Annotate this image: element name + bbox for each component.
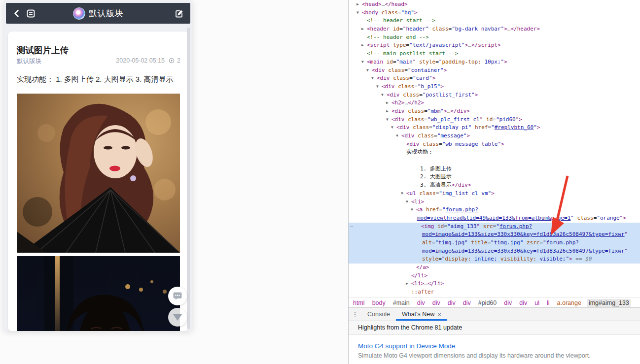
- tree-line[interactable]: ▶<div class="mbm">…</div>: [349, 107, 640, 116]
- tree-line[interactable]: 1. 多图上传: [349, 165, 640, 173]
- tree-line[interactable]: ▼<ul class="img_list cl vm">: [349, 190, 640, 198]
- breadcrumb-item[interactable]: div: [431, 299, 442, 307]
- code-token: ": [625, 231, 628, 237]
- tree-line[interactable]: ▼<div class="b_p15">: [349, 83, 640, 91]
- code-token: forum.php?: [446, 206, 478, 213]
- tab-console[interactable]: Console: [361, 308, 396, 321]
- chevron-down-icon[interactable]: ▼: [376, 83, 382, 91]
- post-image-2[interactable]: [17, 256, 180, 331]
- chevron-down-icon[interactable]: ▼: [406, 198, 411, 206]
- chevron-right-icon[interactable]: ▶: [356, 0, 362, 9]
- chevron-down-icon[interactable]: ▼: [411, 206, 416, 214]
- page-scrollbar[interactable]: [187, 28, 190, 329]
- chevron-down-icon[interactable]: ▼: [361, 58, 367, 66]
- post-image-1[interactable]: [17, 94, 180, 253]
- tree-line[interactable]: ▼<a href="forum.php?: [349, 206, 640, 214]
- tree-line[interactable]: ::after: [349, 288, 640, 297]
- breadcrumb-item[interactable]: body: [371, 299, 387, 307]
- breadcrumb-item[interactable]: div: [446, 299, 457, 307]
- breadcrumb-item[interactable]: html: [352, 299, 366, 307]
- breadcrumb-item[interactable]: ul: [533, 299, 541, 307]
- tree-line[interactable]: </li>: [349, 272, 640, 280]
- chevron-down-icon[interactable]: ▼: [371, 74, 377, 83]
- whats-new-heading-link[interactable]: Moto G4 support in Device Mode: [358, 342, 455, 350]
- code-token: [497, 256, 500, 262]
- code-token: "img_list cl vm": [439, 190, 491, 197]
- tab-whats-new[interactable]: What's New ×: [396, 308, 447, 321]
- chevron-down-icon[interactable]: ▼: [386, 116, 391, 124]
- more-actions-icon[interactable]: ⋯: [350, 223, 354, 231]
- code-token: class: [418, 132, 434, 139]
- chevron-down-icon[interactable]: ▼: [391, 124, 396, 132]
- code-token: "wb_plc_first cl": [427, 116, 483, 123]
- tree-line[interactable]: 2. 大图显示: [349, 173, 640, 181]
- tree-line[interactable]: ▶<header id="header" class="bg-dark navb…: [349, 25, 640, 33]
- speech-bubble-dots-icon: [173, 292, 182, 300]
- tree-line[interactable]: 3. 高清显示</div>: [349, 181, 640, 190]
- chevron-right-icon[interactable]: ▶: [386, 107, 391, 116]
- chevron-down-icon[interactable]: ▼: [366, 66, 372, 75]
- chevron-down-icon[interactable]: ▼: [381, 91, 387, 99]
- tree-line[interactable]: ▼<div class="message">: [349, 132, 640, 140]
- tree-line[interactable]: ▼<li>: [349, 198, 640, 206]
- drawer-menu-button[interactable]: ⋮: [349, 311, 361, 318]
- back-button[interactable]: [10, 6, 24, 20]
- chevron-down-icon[interactable]: ▼: [356, 9, 362, 17]
- thread-list-button[interactable]: [24, 6, 37, 20]
- chevron-down-icon[interactable]: ▼: [401, 190, 406, 198]
- tree-line[interactable]: ▼<div class="card">: [349, 74, 640, 83]
- scroll-down-fab-button[interactable]: [168, 308, 187, 327]
- code-token: =: [393, 59, 396, 65]
- tree-line[interactable]: </a>: [349, 264, 640, 272]
- breadcrumb-item[interactable]: div: [416, 299, 427, 307]
- tree-line[interactable]: <!-- main postlist start -->: [349, 50, 640, 58]
- tree-line[interactable]: mod=viewthread&tid=49&aid=133&from=album…: [349, 214, 640, 223]
- breadcrumb-item[interactable]: #pid60: [477, 299, 498, 307]
- tree-line[interactable]: ▶<li>…</li>: [349, 280, 640, 288]
- tree-line[interactable]: ▶<script type="text/javascript">…</scrip…: [349, 41, 640, 50]
- tree-line[interactable]: ▼<main id="main" style="padding-top: 10p…: [349, 58, 640, 66]
- forum-name-link[interactable]: 默认版块: [17, 57, 41, 66]
- tree-line[interactable]: [349, 157, 640, 165]
- code-token: >: [491, 190, 495, 197]
- tree-line[interactable]: ▶<head>…</head>: [349, 0, 640, 9]
- breadcrumb-item[interactable]: div: [462, 299, 472, 307]
- tree-line[interactable]: ▶<h2>…</h2>: [349, 99, 640, 107]
- code-token: "timg.jpg": [491, 239, 523, 246]
- tree-line[interactable]: mod=image&aid=133&size=330x330&key=fd1d8…: [349, 231, 640, 239]
- breadcrumb-item[interactable]: li: [545, 299, 551, 307]
- code-token: =: [399, 26, 403, 32]
- code-token: <div: [391, 116, 405, 123]
- comment-fab-button[interactable]: [168, 287, 187, 305]
- tree-line[interactable]: 实现功能：: [349, 148, 640, 157]
- tree-line[interactable]: <div class="wb_message_table">: [349, 140, 640, 149]
- tree-line[interactable]: <!-- header end -->: [349, 33, 640, 42]
- chevron-right-icon[interactable]: ▶: [361, 41, 367, 50]
- tree-line[interactable]: alt="timg.jpg" title="timg.jpg" zsrc="fo…: [349, 239, 640, 247]
- tree-line[interactable]: ▼<div class="display pi" href="#replybtn…: [349, 124, 640, 132]
- tree-line[interactable]: ▼<div class="container">: [349, 66, 640, 75]
- chevron-right-icon[interactable]: ▶: [386, 99, 391, 107]
- code-token: mod=viewthread&tid=49&aid=133&from=album…: [417, 215, 570, 221]
- tree-line[interactable]: ▼<div class="postlist_first">: [349, 91, 640, 99]
- breadcrumb-item[interactable]: a.orange: [556, 299, 583, 307]
- code-token: <li>: [411, 280, 425, 287]
- code-token: class: [388, 67, 404, 73]
- tree-line[interactable]: mod=image&aid=133&size=330x330&key=fd1d8…: [349, 247, 640, 256]
- breadcrumb-item[interactable]: div: [502, 299, 513, 307]
- tree-line[interactable]: ▼<div class="wb_plc_first cl" id="pid60"…: [349, 116, 640, 124]
- chevron-down-icon[interactable]: ▼: [396, 132, 401, 140]
- post-body: 实现功能： 1. 多图上传 2. 大图显示 3. 高清显示: [17, 75, 174, 84]
- breadcrumb-item[interactable]: div: [518, 299, 529, 307]
- breadcrumb-item[interactable]: img#aimg_133: [587, 299, 631, 307]
- tree-line[interactable]: ▼<body class="bg">: [349, 9, 640, 17]
- chevron-right-icon[interactable]: ▶: [361, 25, 367, 33]
- code-token: </div>: [450, 108, 470, 114]
- tree-line[interactable]: style="display: inline; visibility: visi…: [349, 255, 640, 264]
- compose-button[interactable]: [173, 6, 186, 20]
- close-icon[interactable]: ×: [437, 311, 441, 318]
- tree-line[interactable]: ⋯<img id="aimg_133" src="forum.php?: [349, 223, 640, 231]
- chevron-right-icon[interactable]: ▶: [406, 280, 411, 288]
- breadcrumb-item[interactable]: #main: [391, 299, 411, 307]
- tree-line[interactable]: <!-- header start -->: [349, 17, 640, 25]
